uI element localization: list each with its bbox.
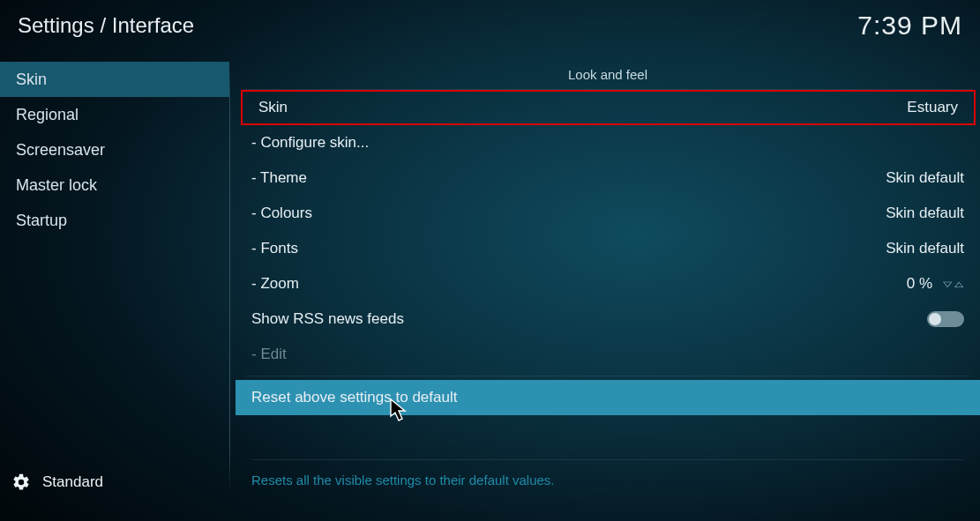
sidebar-item-skin[interactable]: Skin [0, 62, 229, 97]
sidebar-item-screensaver[interactable]: Screensaver [0, 132, 229, 167]
setting-row-fonts[interactable]: - Fonts Skin default [236, 231, 980, 266]
setting-row-zoom[interactable]: - Zoom 0 % ▽△ [236, 266, 980, 301]
setting-label: - Colours [251, 205, 312, 222]
setting-row-reset-defaults[interactable]: Reset above settings to default [236, 380, 980, 415]
section-title: Look and feel [243, 62, 973, 90]
sidebar-item-label: Startup [16, 212, 67, 230]
setting-row-edit: - Edit [236, 337, 980, 372]
chevron-up-icon[interactable]: △ [954, 280, 964, 287]
sidebar-item-label: Master lock [16, 176, 97, 195]
setting-value: Estuary [907, 99, 958, 116]
gear-icon [9, 470, 34, 495]
setting-value: 0 % [907, 275, 932, 293]
setting-label: Skin [258, 99, 288, 116]
spinner-control[interactable]: ▽△ [943, 278, 964, 290]
setting-label: - Fonts [251, 240, 298, 257]
toggle-switch[interactable] [927, 311, 964, 327]
breadcrumb: Settings / Interface [18, 13, 194, 38]
vertical-divider [229, 67, 230, 491]
sidebar-item-master-lock[interactable]: Master lock [0, 167, 229, 203]
clock: 7:39 PM [857, 11, 962, 41]
setting-label: - Zoom [251, 275, 299, 293]
setting-label: - Edit [251, 346, 287, 363]
setting-row-colours[interactable]: - Colours Skin default [236, 196, 980, 231]
settings-level-label: Standard [42, 473, 103, 491]
sidebar-item-label: Regional [16, 106, 79, 124]
setting-label: Show RSS news feeds [251, 310, 404, 328]
setting-label: - Configure skin... [251, 134, 369, 152]
settings-panel: Look and feel Skin Estuary - Configure s… [236, 62, 980, 521]
setting-value: Skin default [886, 169, 964, 187]
setting-value: Skin default [886, 205, 964, 222]
setting-value: Skin default [886, 240, 964, 257]
settings-sidebar: Skin Regional Screensaver Master lock St… [0, 62, 229, 521]
setting-label: Reset above settings to default [251, 389, 457, 406]
sidebar-item-startup[interactable]: Startup [0, 203, 229, 238]
settings-level-button[interactable]: Standard [0, 470, 229, 495]
row-separator [246, 376, 969, 376]
sidebar-item-label: Screensaver [16, 141, 105, 160]
setting-row-theme[interactable]: - Theme Skin default [236, 160, 980, 196]
footer-hint: Resets all the visible settings to their… [251, 459, 964, 488]
setting-row-configure-skin[interactable]: - Configure skin... [236, 125, 980, 160]
setting-row-skin[interactable]: Skin Estuary [241, 90, 976, 125]
sidebar-item-label: Skin [16, 71, 47, 89]
sidebar-item-regional[interactable]: Regional [0, 97, 229, 132]
setting-row-rss[interactable]: Show RSS news feeds [236, 301, 980, 337]
chevron-down-icon[interactable]: ▽ [943, 280, 953, 287]
setting-label: - Theme [251, 169, 307, 187]
